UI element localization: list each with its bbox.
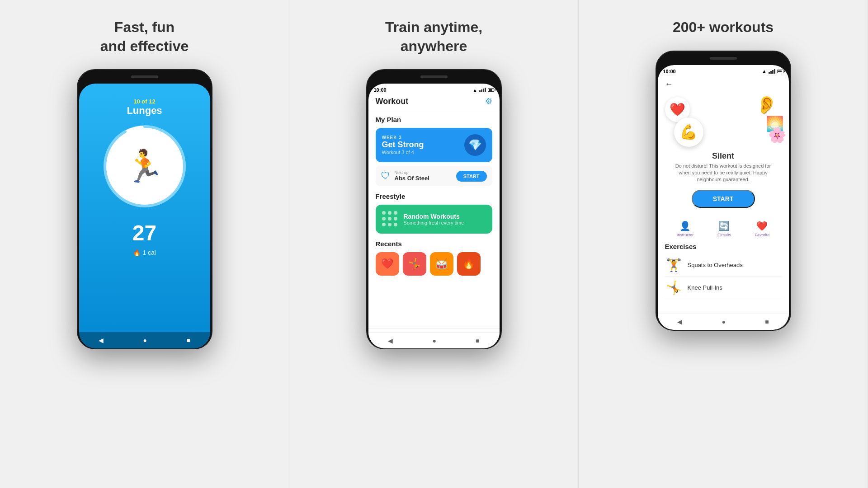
circuits-tab[interactable]: 🔄 Circuits	[717, 221, 731, 237]
power-button-3	[790, 97, 791, 115]
exercise-row-1[interactable]: 🏋 Squats to Overheads	[665, 254, 782, 277]
recents-title: Recents	[376, 240, 492, 248]
back-nav[interactable]: ◀	[99, 337, 104, 344]
home-nav-2[interactable]: ●	[433, 337, 436, 344]
app-title: Workout	[376, 97, 409, 106]
exercise-row-2[interactable]: 🤸 Knee Pull-Ins	[665, 277, 782, 299]
recent-item-4[interactable]: 🔥	[457, 252, 481, 276]
favorite-icon: ❤️	[756, 221, 768, 231]
next-up-card[interactable]: 🛡 Next up Abs Of Steel START	[376, 166, 492, 186]
next-up-info: 🛡 Next up Abs Of Steel	[381, 170, 429, 182]
exercise-name-1: Squats to Overheads	[688, 262, 743, 268]
favorite-label: Favorite	[755, 233, 770, 237]
ear-icon: 👂	[756, 95, 777, 115]
random-workouts-sub: Something fresh every time	[404, 220, 464, 225]
nav-bar-3: ◀ ● ■	[658, 314, 789, 330]
panel-2: Train anytime, anywhere 10:00 ▲	[289, 0, 579, 488]
status-bar-3: 10:00 ▲	[658, 65, 789, 76]
circuits-icon: 🔄	[718, 221, 730, 231]
plan-icon: 💎	[464, 134, 486, 156]
shield-icon: 🛡	[381, 171, 390, 181]
svg-point-1	[105, 127, 184, 206]
panel-1-title: Fast, fun and effective	[100, 18, 189, 56]
home-screen: 10:00 ▲	[368, 84, 500, 348]
plan-card[interactable]: WEEK 3 Get Strong Workout 3 of 4 💎	[376, 128, 492, 162]
volume-down-button	[77, 124, 78, 138]
battery-icon	[488, 88, 494, 92]
freestyle-card[interactable]: Random Workouts Something fresh every ti…	[376, 205, 492, 234]
favorite-tab[interactable]: ❤️ Favorite	[755, 221, 770, 237]
home-nav[interactable]: ●	[143, 337, 147, 344]
silent-title: Silent	[665, 151, 782, 161]
detail-content: ← ❤️ 👂 🌅 💪 🌸 Silent	[658, 76, 789, 330]
workout-screen: 10 of 12 Lunges 🏃 27 🔥 1 cal	[79, 84, 210, 348]
time: 10:00	[374, 87, 387, 93]
nav-bar-2: ◀ ● ■	[368, 332, 500, 348]
start-button[interactable]: START	[456, 171, 487, 182]
volume-down-button-2	[366, 124, 367, 138]
volume-up-button-3	[656, 88, 656, 101]
back-button[interactable]: ←	[665, 76, 782, 93]
status-icons: ▲	[473, 88, 494, 93]
recent-item-1[interactable]: ❤️	[376, 252, 399, 276]
volume-up-button	[77, 106, 78, 120]
start-workout-button[interactable]: START	[692, 190, 755, 208]
recents-nav-3[interactable]: ■	[765, 318, 769, 325]
recents-nav-2[interactable]: ■	[476, 337, 479, 344]
next-up-text: Next up Abs Of Steel	[395, 170, 429, 182]
power-button	[212, 115, 212, 133]
volume-down-button-3	[656, 106, 656, 119]
my-plan-title: My Plan	[376, 116, 492, 123]
exercises-title: Exercises	[665, 243, 782, 250]
recent-item-2[interactable]: 🤸	[403, 252, 426, 276]
random-workouts-title: Random Workouts	[404, 213, 464, 220]
rep-counter: 10 of 12 Lunges	[127, 98, 162, 117]
volume-up-button-2	[366, 106, 367, 120]
freestyle-text: Random Workouts Something fresh every ti…	[404, 213, 464, 225]
exercise-name-2: Knee Pull-Ins	[688, 284, 722, 291]
status-icons-3: ▲	[762, 69, 783, 74]
exercise-figure-1: 🏋	[665, 258, 683, 272]
phone-3-screen: 10:00 ▲	[658, 65, 789, 330]
plan-name: Get Strong	[382, 140, 424, 150]
timer-number: 27	[132, 221, 156, 245]
power-button-2	[501, 115, 502, 133]
arm-icon[interactable]: 💪	[674, 117, 703, 147]
main-content: My Plan WEEK 3 Get Strong Workout 3 of 4…	[368, 110, 500, 328]
instructor-icon: 👤	[679, 221, 691, 231]
recent-item-3[interactable]: 🥁	[430, 252, 453, 276]
phone-1: 10 of 12 Lunges 🏃 27 🔥 1 cal	[77, 69, 212, 349]
panel-2-title: Train anytime, anywhere	[385, 18, 482, 56]
back-nav-2[interactable]: ◀	[388, 337, 393, 344]
silent-description: Do not disturb! This workout is designed…	[665, 163, 782, 183]
next-up-name: Abs Of Steel	[395, 175, 429, 182]
signal-icon-3	[769, 69, 775, 74]
category-icons: ❤️ 👂 🌅 💪 🌸	[660, 93, 786, 151]
freestyle-title: Freestyle	[376, 192, 492, 200]
recents-nav[interactable]: ■	[186, 337, 190, 344]
workout-detail-screen: 10:00 ▲	[658, 65, 789, 330]
phone-2-screen: 10:00 ▲	[368, 84, 500, 348]
category-tabs: 👤 Instructor 🔄 Circuits ❤️ Favorite	[665, 221, 782, 237]
plan-sub: Workout 3 of 4	[382, 150, 424, 155]
week-label: WEEK 3	[382, 135, 424, 140]
home-nav-3[interactable]: ●	[722, 318, 726, 325]
time-3: 10:00	[663, 69, 676, 74]
dots-pattern	[382, 211, 398, 227]
exercise-figure-2: 🤸	[665, 280, 683, 295]
panel-3: 200+ workouts 10:00 ▲	[579, 0, 868, 488]
flower-icon: 🌸	[768, 127, 786, 144]
wifi-icon: ▲	[473, 88, 477, 93]
signal-icon	[479, 88, 486, 92]
panel-1: Fast, fun and effective 10 of 12 Lunges …	[0, 0, 289, 488]
calorie-count: 🔥 1 cal	[133, 249, 156, 256]
instructor-tab[interactable]: 👤 Instructor	[677, 221, 694, 237]
phone-3: 10:00 ▲	[656, 51, 791, 331]
back-nav-3[interactable]: ◀	[677, 318, 682, 325]
wifi-icon-3: ▲	[762, 69, 767, 74]
phone-1-screen: 10 of 12 Lunges 🏃 27 🔥 1 cal	[79, 84, 210, 348]
app-header: Workout ⚙	[368, 94, 500, 110]
phone-2: 10:00 ▲	[366, 69, 502, 349]
settings-gear-icon[interactable]: ⚙	[485, 96, 492, 106]
battery-icon-3	[777, 70, 783, 73]
